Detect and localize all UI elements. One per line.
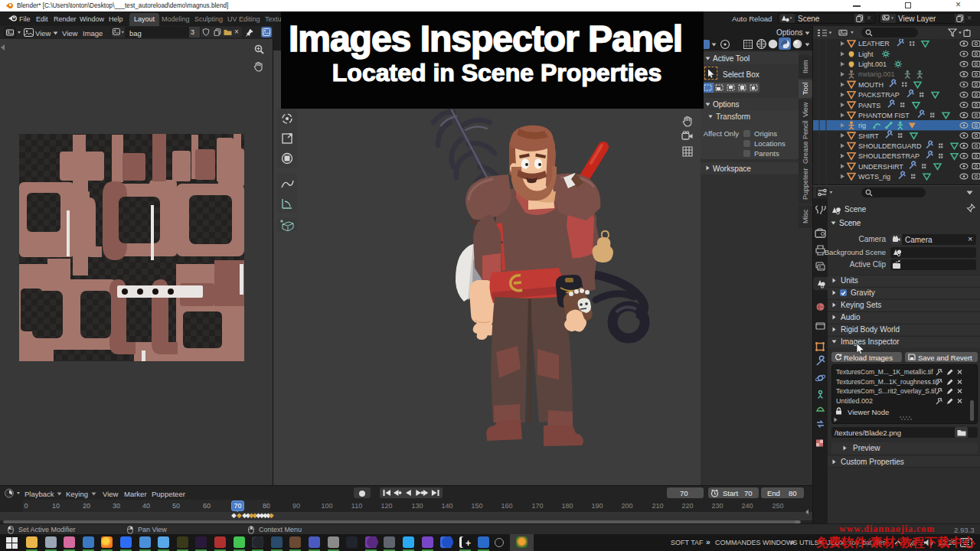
- svg-text:PANTS: PANTS: [858, 102, 880, 109]
- svg-text:UNDERSHIRT: UNDERSHIRT: [858, 163, 903, 171]
- svg-text:Light: Light: [858, 51, 874, 58]
- svg-text:LEATHER: LEATHER: [858, 40, 890, 47]
- svg-text:metarig.001: metarig.001: [858, 70, 895, 78]
- svg-text:WGTS_rig: WGTS_rig: [858, 173, 890, 181]
- svg-text:SHOULDERGUARD: SHOULDERGUARD: [858, 142, 922, 150]
- svg-text:rig: rig: [858, 122, 866, 129]
- svg-text:MOUTH: MOUTH: [858, 81, 884, 89]
- svg-text:PHANTOM FIST: PHANTOM FIST: [858, 112, 910, 119]
- svg-text:Light.001: Light.001: [858, 60, 887, 68]
- svg-text:PACKSTRAP: PACKSTRAP: [858, 91, 900, 99]
- svg-text:SHOULDERSTRAP: SHOULDERSTRAP: [858, 152, 920, 160]
- svg-text:SHIRT: SHIRT: [858, 132, 879, 140]
